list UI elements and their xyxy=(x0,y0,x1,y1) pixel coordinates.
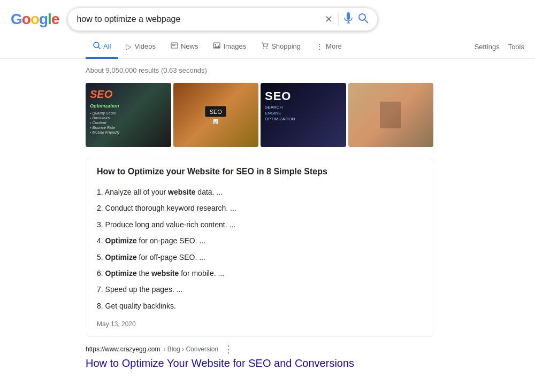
clear-icon[interactable]: ✕ xyxy=(325,13,333,25)
list-item: Produce long and value-rich content. ... xyxy=(97,217,422,233)
list-item: Get quality backlinks. xyxy=(97,298,422,314)
tools-link[interactable]: Tools xyxy=(508,43,524,51)
images-tab-icon xyxy=(213,42,220,51)
news-tab-icon xyxy=(171,42,178,51)
list-item: Conduct thorough keyword research. ... xyxy=(97,200,422,216)
tab-all-label: All xyxy=(103,42,111,50)
svg-line-6 xyxy=(98,47,101,49)
list-item: Optimize for off-page SEO. ... xyxy=(97,249,422,265)
tab-videos-label: Videos xyxy=(134,42,156,50)
list-item: Optimize the website for mobile. ... xyxy=(97,265,422,281)
search-divider xyxy=(338,13,339,26)
result-link[interactable]: How to Optimize Your Website for SEO and… xyxy=(86,357,449,370)
search-bar-icons: ✕ xyxy=(325,12,369,27)
snippet-title: How to Optimize your Website for SEO in … xyxy=(97,167,422,176)
tab-more[interactable]: ⋮ More xyxy=(308,36,349,59)
search-input[interactable] xyxy=(77,14,320,24)
tab-videos[interactable]: ▷ Videos xyxy=(118,36,163,59)
svg-point-11 xyxy=(215,44,216,45)
svg-rect-0 xyxy=(347,12,350,20)
snippet-date: May 13, 2020 xyxy=(97,320,422,328)
result-menu-icon[interactable]: ⋮ xyxy=(224,343,233,355)
tab-images[interactable]: Images xyxy=(205,35,254,59)
tab-news[interactable]: News xyxy=(163,35,206,59)
videos-tab-icon: ▷ xyxy=(126,42,132,51)
list-item: Analyze all of your website data. ... xyxy=(97,184,422,200)
svg-point-5 xyxy=(94,42,99,48)
tab-all[interactable]: All xyxy=(86,35,118,59)
search-bar: ✕ xyxy=(67,7,378,31)
image-thumb-4[interactable] xyxy=(348,83,434,147)
more-tab-icon: ⋮ xyxy=(316,42,323,51)
microphone-icon[interactable] xyxy=(344,12,353,27)
svg-point-13 xyxy=(266,48,268,49)
tab-news-label: News xyxy=(181,42,198,50)
source-line: https://www.crazyegg.com › Blog › Conver… xyxy=(86,343,449,355)
tab-shopping[interactable]: Shopping xyxy=(254,35,308,59)
tab-shopping-label: Shopping xyxy=(271,42,301,50)
svg-line-4 xyxy=(365,20,368,23)
all-tab-icon xyxy=(93,42,101,51)
google-logo: Google xyxy=(11,11,59,28)
image-thumb-3[interactable]: SEO SEARCHENGINEOPTIMIZATION xyxy=(261,83,346,147)
svg-point-3 xyxy=(359,14,365,20)
nav-tabs: All ▷ Videos News Images Shopping ⋮ More… xyxy=(0,35,535,59)
image-thumb-2[interactable]: SEO 📊 xyxy=(173,83,259,147)
tab-more-label: More xyxy=(326,42,342,50)
tab-images-label: Images xyxy=(223,42,246,50)
results-area: About 9,050,000 results (0.63 seconds) S… xyxy=(0,59,460,385)
list-item: Optimize for on-page SEO. ... xyxy=(97,233,422,249)
header: Google ✕ xyxy=(0,0,535,31)
snippet-list: Analyze all of your website data. ... Co… xyxy=(97,184,422,314)
source-breadcrumb: › Blog › Conversion xyxy=(163,345,218,353)
shopping-tab-icon xyxy=(261,42,269,51)
search-submit-icon[interactable] xyxy=(358,13,369,26)
svg-point-12 xyxy=(263,48,264,49)
settings-link[interactable]: Settings xyxy=(475,43,500,51)
image-strip: SEO Optimization • Quality Score• Backli… xyxy=(86,83,433,147)
list-item: Speed up the pages. ... xyxy=(97,281,422,297)
results-count: About 9,050,000 results (0.63 seconds) xyxy=(86,66,449,74)
image-thumb-1[interactable]: SEO Optimization • Quality Score• Backli… xyxy=(86,83,171,147)
featured-snippet: How to Optimize your Website for SEO in … xyxy=(86,158,433,337)
source-url: https://www.crazyegg.com xyxy=(86,345,160,353)
nav-settings: Settings Tools xyxy=(475,43,524,51)
